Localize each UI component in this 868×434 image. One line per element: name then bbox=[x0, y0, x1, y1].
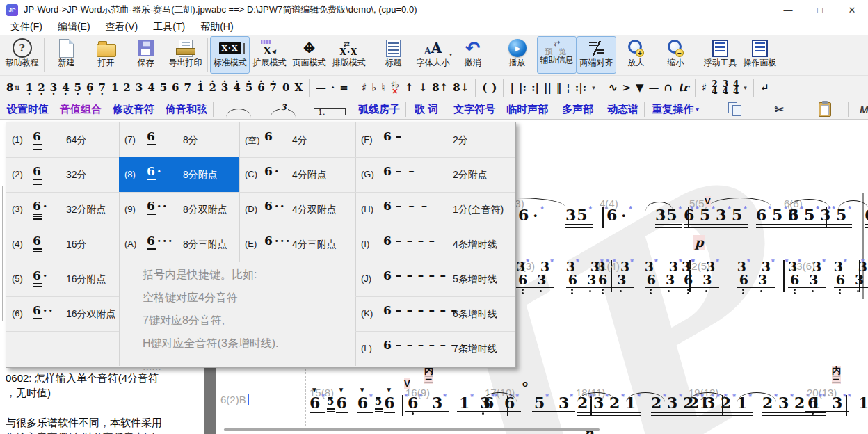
toolbar-button-undo[interactable]: 撤消 bbox=[453, 36, 492, 74]
toolbar-button-open-file[interactable]: 打开 bbox=[86, 36, 126, 74]
note-digit-button-3[interactable]: ·3· bbox=[50, 80, 57, 95]
note-digit-button-4[interactable]: ·4· bbox=[233, 80, 240, 95]
toolbar-button-export-print[interactable]: 导出打印 bbox=[166, 36, 205, 74]
toolbar-button-zoom-out[interactable]: 缩小 bbox=[656, 36, 696, 74]
dropdown-caret-icon[interactable]: ▾ bbox=[449, 51, 452, 58]
duration-option-4[interactable]: (4)616分 bbox=[6, 227, 119, 262]
note-digit-button-1[interactable]: ·1· bbox=[197, 80, 204, 95]
symbol-button[interactable]: 8↓ bbox=[453, 81, 469, 94]
symbol-button[interactable]: ♭ bbox=[371, 81, 376, 94]
toolbar-button-standard-mode[interactable]: 标准模式 bbox=[210, 36, 250, 74]
symbol-button[interactable]: ↓ bbox=[419, 81, 428, 94]
note-digit-button-3[interactable]: ·3· bbox=[221, 80, 228, 95]
note-digit-button-7[interactable]: ·7· bbox=[270, 80, 277, 95]
symbol-button[interactable]: > bbox=[622, 81, 631, 94]
note-digit-button-6[interactable]: ·6· bbox=[257, 80, 264, 95]
key-signature-button[interactable]: ♯ bbox=[702, 81, 707, 94]
duration-option-6[interactable]: (6)6··16分双附点 bbox=[6, 296, 119, 331]
edit-button-10[interactable]: 歌 词 bbox=[415, 103, 438, 116]
symbol-button[interactable]: ‖ bbox=[556, 81, 562, 94]
toolbar-button-preview-auxiliary-info[interactable]: 预 览辅助信息 bbox=[537, 36, 577, 74]
time-signature-button-2-4[interactable]: 24 bbox=[712, 81, 717, 95]
close-button[interactable]: ✕ bbox=[836, 0, 868, 19]
toolbar-button-extended-mode[interactable]: 扩展模式 bbox=[250, 36, 289, 74]
symbol-button[interactable]: — bbox=[316, 81, 326, 94]
symbol-button[interactable]: = bbox=[339, 81, 348, 94]
duration-option-K[interactable]: (K)6– – – – – –6条增时线 bbox=[355, 296, 515, 331]
toolbar-button-typeset-mode[interactable]: 排版模式 bbox=[329, 36, 369, 74]
note-digit-button-3[interactable]: ·3· bbox=[136, 80, 143, 95]
note-digit-button-4[interactable]: ·4· bbox=[147, 80, 154, 95]
duration-option-J[interactable]: (J)6– – – – –5条增时线 bbox=[355, 262, 515, 296]
menu-item-1[interactable]: 编辑(E) bbox=[50, 21, 98, 33]
symbol-button[interactable]: ¦ bbox=[566, 81, 570, 94]
toolbar-button-page-mode[interactable]: 页面模式 bbox=[289, 36, 329, 74]
toolbar-button-zoom-in[interactable]: 放大 bbox=[616, 36, 656, 74]
note-digit-button-X[interactable]: ·X· bbox=[294, 80, 303, 95]
edit-button-12[interactable]: 临时声部 bbox=[506, 103, 548, 116]
note-digit-button-6[interactable]: ·6· bbox=[86, 80, 93, 95]
duration-option-H[interactable]: (H)6– – –1分(全音符) bbox=[355, 192, 515, 227]
minimize-button[interactable]: — bbox=[772, 0, 804, 19]
duration-option-A[interactable]: (A)6···8分三附点 bbox=[119, 227, 239, 262]
edit-button-16[interactable]: 重复操作▾ bbox=[652, 103, 699, 116]
note-digit-button-4[interactable]: ·4· bbox=[62, 80, 69, 95]
note-digit-button-7[interactable]: ·7· bbox=[98, 80, 105, 95]
menu-item-2[interactable]: 查看(V) bbox=[98, 21, 146, 33]
note-digit-button-5[interactable]: ·5· bbox=[160, 80, 167, 95]
duration-option-3[interactable]: (3)6·32分附点 bbox=[6, 192, 119, 227]
duration-option-7[interactable]: (7)68分 bbox=[119, 122, 239, 157]
edit-button-paste[interactable] bbox=[819, 102, 831, 117]
dropdown-caret-icon[interactable]: ▾ bbox=[744, 84, 747, 91]
note-digit-button-0[interactable]: ·0· bbox=[282, 80, 289, 95]
symbol-button[interactable]: |: bbox=[519, 81, 527, 94]
symbol-button[interactable]: ∩ bbox=[664, 81, 673, 94]
edit-button-1[interactable]: 音值组合 bbox=[60, 103, 102, 116]
duration-option-5[interactable]: (5)6·16分附点 bbox=[6, 262, 119, 296]
symbol-button[interactable]: ↵ bbox=[760, 81, 769, 94]
symbol-button[interactable]: — bbox=[649, 81, 659, 94]
symbol-button[interactable]: | bbox=[510, 81, 513, 94]
menu-item-4[interactable]: 帮助(H) bbox=[193, 21, 241, 33]
cancel-accidental-button[interactable]: ♯♭✕ bbox=[391, 81, 399, 95]
edit-button-volta-bracket[interactable] bbox=[314, 104, 346, 115]
toolbar-button-justify[interactable]: 两端对齐 bbox=[577, 36, 616, 74]
symbol-button[interactable]: :| bbox=[531, 81, 539, 94]
note-digit-button-2[interactable]: ·2· bbox=[209, 80, 216, 95]
symbol-button[interactable]: ) bbox=[492, 81, 497, 94]
dropdown-caret-icon[interactable]: ▾ bbox=[592, 84, 595, 91]
time-signature-button-4-4[interactable]: 44 bbox=[733, 81, 739, 95]
symbol-button[interactable]: ♯ bbox=[362, 81, 367, 94]
symbol-button[interactable]: ↑ bbox=[405, 81, 414, 94]
edit-button-11[interactable]: 文字符号 bbox=[453, 103, 495, 116]
symbol-button[interactable]: ♮ bbox=[381, 81, 385, 94]
duration-option-I[interactable]: (I)6– – – –4条增时线 bbox=[355, 227, 515, 262]
menu-item-0[interactable]: 文件(F) bbox=[3, 21, 50, 33]
duration-option-空[interactable]: (空)64分 bbox=[239, 122, 355, 157]
maximize-button[interactable]: □ bbox=[804, 0, 836, 19]
toolbar-button-floating-tools[interactable]: 浮动工具 bbox=[700, 36, 740, 74]
symbol-button[interactable]: ▼ bbox=[636, 81, 644, 94]
symbol-button[interactable]: 8↑ bbox=[432, 81, 448, 94]
toolbar-button-help-tutorial[interactable]: 帮助教程 bbox=[2, 36, 42, 74]
duration-option-1[interactable]: (1)664分 bbox=[6, 122, 119, 157]
menu-item-3[interactable]: 工具(T) bbox=[145, 21, 193, 33]
note-digit-button-6[interactable]: ·6· bbox=[172, 80, 179, 95]
duration-option-G[interactable]: (G)6– –2分附点 bbox=[355, 157, 515, 192]
symbol-button[interactable]: || bbox=[544, 81, 552, 94]
edit-button-cut[interactable] bbox=[775, 103, 784, 116]
edit-button-slur-arc[interactable] bbox=[226, 102, 251, 118]
toolbar-button-play[interactable]: 播放 bbox=[497, 36, 537, 74]
edit-button-21[interactable]: More... bbox=[860, 104, 868, 115]
edit-button-2[interactable]: 修改音符 bbox=[113, 103, 154, 116]
toolbar-button-operation-panel[interactable]: 操作面板 bbox=[740, 36, 780, 74]
note-digit-button-7[interactable]: ·7· bbox=[184, 80, 191, 95]
toolbar-button-new-document[interactable]: 新建 bbox=[47, 36, 86, 74]
left-scrollbar[interactable] bbox=[2, 186, 3, 321]
duration-option-L[interactable]: (L)6– – – – – – –7条增时线 bbox=[355, 331, 515, 366]
time-signature-button-3-4[interactable]: 34 bbox=[723, 81, 728, 95]
edit-button-8[interactable]: 弧线房子 bbox=[358, 103, 400, 116]
duration-option-C[interactable]: (C)6·4分附点 bbox=[239, 157, 355, 192]
toolbar-button-font-size[interactable]: 字体大小▾ bbox=[413, 36, 453, 74]
symbol-button[interactable]: · bbox=[331, 81, 335, 94]
